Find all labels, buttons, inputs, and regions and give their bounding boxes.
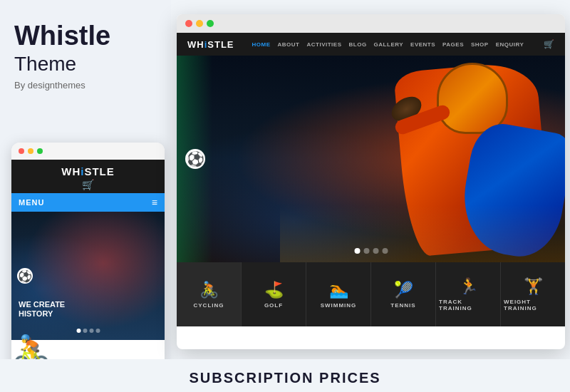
stadium-glow [280, 205, 565, 262]
tennis-icon: 🎾 [394, 281, 413, 299]
nav-home[interactable]: HOME [252, 41, 271, 48]
nav-links: HOME ABOUT ACTIVITIES BLOG GALLERY EVENT… [252, 41, 524, 48]
nav-activities[interactable]: ACTIVITIES [306, 41, 341, 48]
dot-2 [83, 329, 87, 333]
cycling-icon: 🚴 [200, 281, 219, 299]
cycling-label: CYCLING [194, 302, 224, 309]
nav-enquiry[interactable]: ENQUIRY [496, 41, 524, 48]
red-dot [185, 20, 192, 27]
hero-dot-2 [363, 248, 369, 254]
theme-type: Theme [14, 53, 157, 76]
nav-blog[interactable]: BLOG [349, 41, 367, 48]
mobile-traffic-lights [11, 143, 165, 160]
mobile-logo: WHiSTLE [11, 165, 165, 177]
theme-name: Whistle [14, 21, 157, 51]
red-dot [19, 148, 24, 154]
swimming-label: SWIMMING [321, 302, 357, 309]
hero-dot-3 [373, 248, 378, 254]
yellow-dot [28, 148, 33, 154]
mobile-hero-dots [76, 329, 100, 333]
sport-golf[interactable]: ⛳ GOLF [242, 262, 306, 326]
green-dot [207, 20, 214, 27]
hamburger-icon: ≡ [152, 197, 157, 208]
track-training-icon: 🏃 [459, 277, 478, 296]
mobile-soccer-ball-icon: ⚽ [17, 268, 33, 284]
dot-4 [95, 329, 100, 333]
theme-author: By designthemes [14, 80, 157, 91]
yellow-dot [196, 20, 203, 27]
hero-dot-4 [382, 248, 388, 254]
nav-pages[interactable]: PAGES [442, 41, 464, 48]
theme-title: Whistle Theme By designthemes [14, 21, 157, 91]
nav-shop[interactable]: SHOP [471, 41, 489, 48]
desktop-mockup: WHiSTLE HOME ABOUT ACTIVITIES BLOG GALLE… [177, 14, 565, 349]
sport-cycling[interactable]: 🚴 CYCLING [177, 262, 242, 326]
logo-dot: i [81, 165, 84, 177]
subscription-title: SUBSCRIPTION PRICES [0, 370, 570, 386]
weight-training-icon: 🏋️ [524, 277, 543, 296]
mobile-hero: ⚽ WE CREATE HISTORY [11, 212, 165, 340]
nav-about[interactable]: ABOUT [278, 41, 300, 48]
dot-1 [76, 329, 81, 333]
menu-label: MENU [19, 198, 44, 207]
green-dot [37, 148, 43, 154]
nav-events[interactable]: EVENTS [410, 41, 435, 48]
hero-dot-1 [354, 248, 360, 254]
logo-dot: i [204, 39, 208, 50]
nav-gallery[interactable]: GALLERY [374, 41, 403, 48]
player-helmet [437, 63, 508, 134]
sport-track-training[interactable]: 🏃 TRACK TRAINING [436, 262, 501, 326]
mobile-hero-background [11, 212, 165, 340]
sport-tennis[interactable]: 🎾 TENNIS [371, 262, 436, 326]
desktop-cart-icon[interactable]: 🛒 [544, 39, 554, 49]
swimming-icon: 🏊 [329, 281, 348, 299]
weight-training-label: WEIGHT TRAINING [504, 299, 562, 311]
desktop-hero: ⚽ [177, 56, 565, 262]
golf-label: GOLF [264, 302, 283, 309]
mobile-hero-text: WE CREATE HISTORY [19, 300, 65, 319]
hero-dots [354, 248, 388, 254]
track-training-label: TRACK TRAINING [439, 299, 497, 311]
mobile-menu-bar: MENU ≡ [11, 193, 165, 212]
desktop-soccer-ball-icon: ⚽ [185, 149, 205, 169]
left-panel: Whistle Theme By designthemes WHiSTLE 🛒 … [0, 0, 171, 392]
sports-bar: 🚴 CYCLING ⛳ GOLF 🏊 SWIMMING 🎾 TENNIS 🏃 T… [177, 262, 565, 326]
desktop-traffic-lights [177, 14, 565, 33]
desktop-logo: WHiSTLE [187, 39, 234, 50]
tennis-label: TENNIS [390, 302, 415, 309]
sport-weight-training[interactable]: 🏋️ WEIGHT TRAINING [501, 262, 565, 326]
hero-image-area [280, 56, 565, 262]
mobile-cart-icon: 🛒 [11, 179, 165, 190]
golf-icon: ⛳ [264, 281, 284, 299]
sport-swimming[interactable]: 🏊 SWIMMING [306, 262, 371, 326]
mobile-header: WHiSTLE 🛒 [11, 160, 165, 193]
dot-3 [89, 329, 93, 333]
subscription-section: SUBSCRIPTION PRICES [0, 359, 570, 392]
desktop-navbar: WHiSTLE HOME ABOUT ACTIVITIES BLOG GALLE… [177, 33, 565, 56]
